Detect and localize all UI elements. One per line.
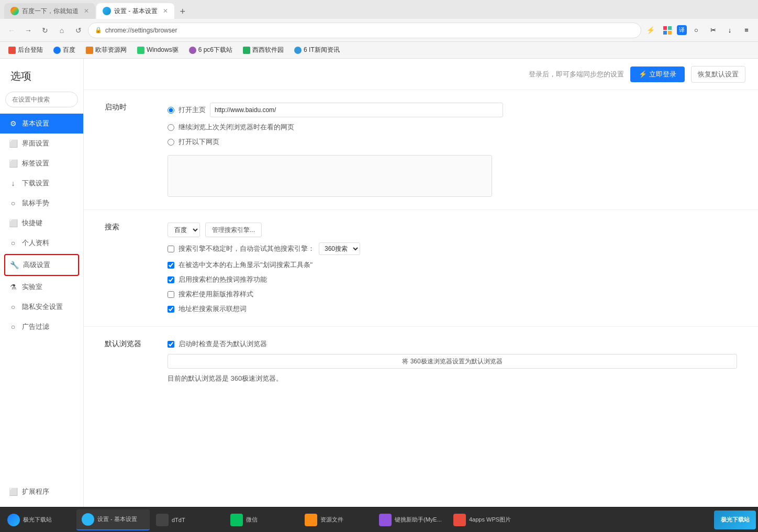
search-suggest-label[interactable]: 地址栏搜索展示联想词 — [179, 304, 247, 314]
lightning-button[interactable]: ⚡ — [643, 23, 658, 38]
windows-tiles-button[interactable] — [660, 23, 675, 38]
restore-page-button[interactable]: ↺ — [71, 23, 86, 38]
taskbar-icon-settings — [82, 513, 94, 526]
translate-button[interactable]: 译 — [677, 25, 687, 35]
taskbar-item-files[interactable]: 资源文件 — [299, 509, 373, 530]
startup-specific-radio[interactable] — [168, 139, 174, 146]
startup-continue-radio[interactable] — [168, 124, 174, 131]
taskbar-item-wps[interactable]: 4apps WPS图片 — [448, 509, 521, 530]
address-bar[interactable]: 🔒 chrome://settings/browser — [88, 23, 641, 38]
tab-close-settings[interactable]: ✕ — [163, 7, 168, 15]
bookmark-favicon-baidu — [53, 47, 61, 54]
bookmark-label-baidu: 百度 — [63, 46, 75, 54]
default-browser-label: 默认浏览器 — [105, 339, 147, 349]
taskbar-item-wechat[interactable]: 微信 — [225, 509, 298, 530]
bookmark-oufe[interactable]: 欧菲资源网 — [82, 44, 131, 56]
bookmark-xixi[interactable]: 西西软件园 — [239, 44, 288, 56]
sidebar-search-container — [0, 92, 83, 114]
default-browser-check-option: 启动时检查是否为默认浏览器 — [168, 339, 737, 349]
search-newstyle-checkbox[interactable] — [168, 291, 174, 298]
search-suggest-checkbox[interactable] — [168, 306, 174, 313]
search-hot-label[interactable]: 启用搜索栏的热搜词推荐功能 — [179, 275, 267, 284]
sidebar-label-privacy: 隐私安全设置 — [22, 302, 63, 312]
startup-label: 启动时 — [105, 103, 147, 112]
taskbar-item-dtdt[interactable]: dTdT — [151, 509, 224, 530]
search-toolbar-label[interactable]: 在被选中文本的右上角显示"划词搜索工具条" — [179, 260, 313, 270]
sidebar-item-basic[interactable]: ⚙ 基本设置 — [0, 114, 83, 134]
cut-button[interactable]: ✂ — [706, 23, 720, 38]
restore-defaults-button[interactable]: 恢复默认设置 — [691, 66, 745, 83]
login-hint: 登录后，即可多端同步您的设置 — [529, 70, 624, 79]
browser-window: 百度一下，你就知道 ✕ 设置 - 基本设置 ✕ + ← → ↻ ⌂ ↺ 🔒 ch… — [0, 0, 758, 532]
search-toolbar-checkbox[interactable] — [168, 262, 174, 269]
default-browser-options: 启动时检查是否为默认浏览器 将 360极速浏览器设置为默认浏览器 目前的默认浏览… — [168, 339, 737, 383]
refresh-button[interactable]: ↻ — [38, 23, 52, 38]
tab-close-baidu[interactable]: ✕ — [84, 7, 89, 15]
search-engine-dropdown[interactable]: 百度 — [168, 223, 200, 237]
home-url-input[interactable] — [210, 103, 503, 117]
sidebar-item-lab[interactable]: ⚗ 实验室 — [0, 277, 83, 297]
sidebar-item-extensions[interactable]: ⬜ 扩展程序 — [8, 482, 75, 502]
login-button[interactable]: ⚡ 立即登录 — [630, 66, 685, 82]
search-toolbar-option: 在被选中文本的右上角显示"划词搜索工具条" — [168, 260, 737, 270]
taskbar-icon-wechat — [230, 514, 243, 526]
taskbar-corner-button[interactable]: 极光下载站 — [714, 511, 756, 529]
sidebar-item-mouse[interactable]: ○ 鼠标手势 — [0, 193, 83, 213]
sidebar-item-advanced[interactable]: 🔧 高级设置 — [4, 254, 79, 276]
search-newstyle-label[interactable]: 搜索栏使用新版推荐样式 — [179, 290, 253, 299]
bookmark-baidu[interactable]: 百度 — [49, 44, 80, 56]
bookmark-windows[interactable]: Windows驱 — [133, 44, 183, 56]
bookmark-pc6[interactable]: 6 pc6下载站 — [185, 44, 237, 56]
open-pages-textarea[interactable] — [168, 155, 492, 197]
taskbar-item-keyboard[interactable]: 键挑新助手(MyE... — [374, 509, 447, 530]
lightning-icon-btn: ⚡ — [639, 70, 647, 78]
startup-continue-label[interactable]: 继续浏览上次关闭浏览器时在看的网页 — [179, 123, 294, 132]
startup-home-label[interactable]: 打开主页 — [179, 105, 206, 115]
bookmark-favicon-oufe — [86, 47, 93, 54]
default-browser-check-label[interactable]: 启动时检查是否为默认浏览器 — [179, 339, 267, 349]
startup-specific-label[interactable]: 打开以下网页 — [179, 137, 219, 147]
sidebar-item-tabs[interactable]: ⬜ 标签设置 — [0, 153, 83, 173]
download-button[interactable]: ↓ — [722, 23, 737, 38]
tab-favicon-baidu — [10, 7, 19, 15]
default-browser-status: 目前的默认浏览器是 360极速浏览器。 — [168, 374, 737, 383]
adblock-icon: ○ — [8, 323, 18, 331]
taskbar-label-wps: 4apps WPS图片 — [469, 516, 511, 524]
search-section: 搜索 百度 管理搜索引擎... 搜索引擎不稳定时，自动尝试其他搜索引擎： — [84, 210, 758, 327]
menu-button[interactable]: ≡ — [739, 23, 754, 38]
sidebar-item-privacy[interactable]: ○ 隐私安全设置 — [0, 297, 83, 317]
bookmark-label-oufe: 欧菲资源网 — [95, 46, 127, 54]
bookmark-admin[interactable]: 后台登陆 — [4, 44, 47, 56]
tab-baidu[interactable]: 百度一下，你就知道 ✕ — [4, 3, 95, 19]
home-button[interactable]: ⌂ — [54, 23, 69, 38]
forward-button[interactable]: → — [21, 23, 36, 38]
search-controls: 百度 管理搜索引擎... 搜索引擎不稳定时，自动尝试其他搜索引擎： 360搜索 — [168, 223, 737, 314]
taskbar-item-jiguang[interactable]: 极光下载站 — [2, 509, 75, 530]
sidebar-item-profile[interactable]: ○ 个人资料 — [0, 233, 83, 253]
profile-icon: ○ — [8, 239, 18, 247]
search-fallback-checkbox[interactable] — [168, 246, 174, 252]
back-button[interactable]: ← — [4, 23, 19, 38]
download-icon: ↓ — [8, 179, 18, 187]
default-browser-checkbox[interactable] — [168, 341, 174, 348]
startup-home-radio[interactable] — [168, 107, 174, 114]
fallback-engine-dropdown[interactable]: 360搜索 — [319, 242, 360, 255]
new-tab-button[interactable]: + — [175, 4, 190, 19]
taskbar: 极光下载站 设置 - 基本设置 dTdT 微信 资源文件 键挑新助手(MyE..… — [0, 507, 758, 532]
sidebar-item-download[interactable]: ↓ 下载设置 — [0, 173, 83, 193]
circle-button[interactable]: ○ — [689, 23, 704, 38]
default-browser-section: 默认浏览器 启动时检查是否为默认浏览器 将 360极速浏览器设置为默认浏览器 目… — [84, 327, 758, 396]
manage-search-button[interactable]: 管理搜索引擎... — [205, 223, 262, 237]
sidebar-item-shortcuts[interactable]: ⬜ 快捷键 — [0, 213, 83, 233]
startup-options: 打开主页 继续浏览上次关闭浏览器时在看的网页 打开以下网页 — [168, 103, 737, 197]
sidebar-item-adblock[interactable]: ○ 广告过滤 — [0, 317, 83, 337]
sidebar-label-extensions: 扩展程序 — [22, 487, 49, 496]
sidebar-search-input[interactable] — [5, 92, 78, 107]
search-fallback-label[interactable]: 搜索引擎不稳定时，自动尝试其他搜索引擎： — [179, 244, 315, 253]
search-hot-checkbox[interactable] — [168, 276, 174, 283]
taskbar-item-settings[interactable]: 设置 - 基本设置 — [76, 509, 150, 530]
sidebar-item-ui[interactable]: ⬜ 界面设置 — [0, 134, 83, 153]
tab-settings[interactable]: 设置 - 基本设置 ✕ — [96, 3, 174, 19]
set-default-button[interactable]: 将 360极速浏览器设置为默认浏览器 — [168, 354, 737, 369]
bookmark-it[interactable]: 6 IT新闻资讯 — [290, 44, 344, 56]
